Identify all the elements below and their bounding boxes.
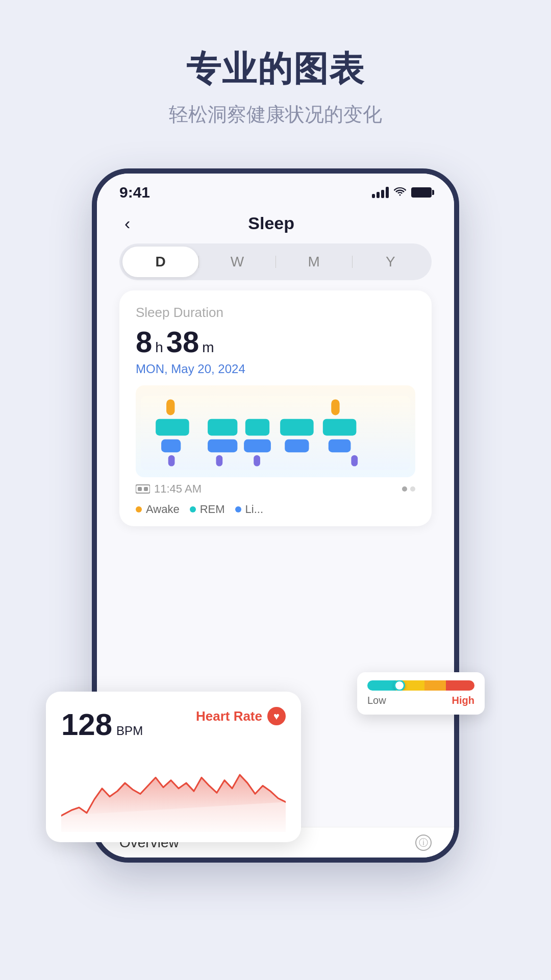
hr-unit: BPM <box>116 724 143 738</box>
screen-title: Sleep <box>135 213 407 233</box>
time-tabs: D W M Y <box>119 243 432 280</box>
legend-awake: Awake <box>136 503 180 516</box>
sleep-label: Sleep Duration <box>136 305 415 321</box>
page-title: 专业的图表 <box>169 46 382 92</box>
chart-time-label: 11:45 AM <box>154 482 202 496</box>
legend: Awake REM Li... <box>136 503 415 516</box>
sleep-minutes: 38 <box>166 325 199 359</box>
stress-high-label: High <box>452 695 474 706</box>
stress-indicator <box>394 680 405 691</box>
svg-rect-6 <box>208 439 237 452</box>
page-header: 专业的图表 轻松洞察健康状况的变化 <box>169 46 382 128</box>
svg-rect-16 <box>351 455 358 467</box>
chart-pagination <box>402 486 415 492</box>
sleep-chart <box>136 385 415 477</box>
hr-header: 128 BPM Heart Rate ♥ <box>61 707 286 742</box>
stress-low-label: Low <box>367 695 386 706</box>
legend-rem-label: REM <box>200 503 225 516</box>
tab-y[interactable]: Y <box>353 247 429 277</box>
svg-rect-12 <box>285 439 309 452</box>
legend-awake-label: Awake <box>146 503 180 516</box>
svg-rect-13 <box>331 399 339 415</box>
sleep-hours: 8 <box>136 325 152 359</box>
chart-bottom: 11:45 AM <box>136 482 415 496</box>
svg-rect-2 <box>156 419 189 436</box>
sleep-date: MON, May 20, 2024 <box>136 362 415 376</box>
status-bar: 9:41 <box>97 174 454 206</box>
battery-icon <box>411 187 432 198</box>
svg-rect-1 <box>166 399 174 415</box>
stress-bar-teal <box>367 680 396 691</box>
page-subtitle: 轻松洞察健康状况的变化 <box>169 102 382 128</box>
heart-rate-card: 128 BPM Heart Rate ♥ <box>46 692 301 842</box>
stress-bar-container <box>367 680 474 691</box>
svg-rect-7 <box>216 455 222 467</box>
svg-rect-19 <box>144 487 148 491</box>
hr-value: 128 BPM <box>61 707 143 742</box>
sleep-card: Sleep Duration 8 h 38 m MON, May 20, 202… <box>119 290 432 526</box>
overview-info-icon[interactable]: ⓘ <box>415 835 432 851</box>
sleep-h-unit: h <box>155 339 163 356</box>
status-time: 9:41 <box>119 184 150 201</box>
svg-rect-11 <box>280 419 314 436</box>
hr-number: 128 <box>61 707 112 742</box>
legend-rem: REM <box>190 503 225 516</box>
heart-icon: ♥ <box>267 707 286 725</box>
hr-label-text: Heart Rate <box>196 708 262 724</box>
legend-light: Li... <box>235 503 263 516</box>
signal-icon <box>372 187 389 198</box>
sleep-duration: 8 h 38 m <box>136 325 415 359</box>
svg-rect-10 <box>254 455 260 467</box>
svg-rect-5 <box>208 419 237 436</box>
tab-w[interactable]: W <box>199 247 275 277</box>
svg-rect-3 <box>161 439 181 452</box>
nav-bar: ‹ Sleep <box>97 206 454 243</box>
hr-chart <box>61 750 286 832</box>
stress-labels: Low High <box>367 695 474 706</box>
svg-rect-15 <box>329 439 351 452</box>
stress-bar-red <box>446 680 474 691</box>
tab-m[interactable]: M <box>276 247 352 277</box>
back-button[interactable]: ‹ <box>119 211 135 235</box>
chart-time: 11:45 AM <box>136 482 202 496</box>
svg-rect-4 <box>168 455 175 467</box>
status-icons <box>372 186 432 199</box>
stress-tooltip: Low High <box>357 672 485 715</box>
legend-light-label: Li... <box>245 503 263 516</box>
svg-rect-18 <box>138 487 142 491</box>
hr-label: Heart Rate ♥ <box>196 707 286 725</box>
phone-wrapper: 9:41 ‹ Sleep D W <box>77 168 474 873</box>
wifi-icon <box>394 186 406 199</box>
svg-rect-8 <box>245 419 269 436</box>
svg-rect-14 <box>323 419 357 436</box>
tab-d[interactable]: D <box>122 247 198 277</box>
sleep-m-unit: m <box>202 339 214 356</box>
stress-bar-orange <box>424 680 446 691</box>
svg-rect-9 <box>244 439 271 452</box>
